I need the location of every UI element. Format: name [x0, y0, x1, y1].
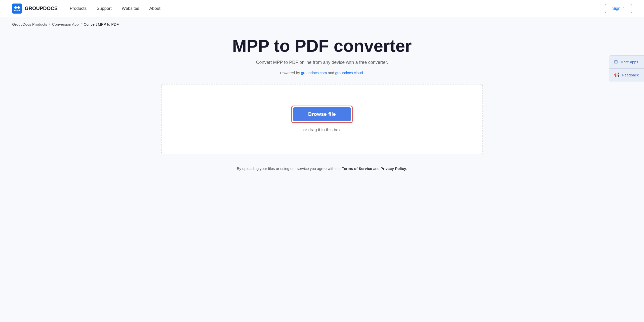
- feedback-button[interactable]: 📢 Feedback: [609, 68, 644, 81]
- svg-point-1: [14, 6, 17, 9]
- breadcrumb-bar: GroupDocs Products / Conversion App / Co…: [0, 17, 644, 31]
- breadcrumb-sep-2: /: [81, 22, 82, 26]
- breadcrumb: GroupDocs Products / Conversion App / Co…: [12, 22, 632, 26]
- breadcrumb-current: Convert MPP to PDF: [84, 22, 119, 26]
- drag-text: or drag it in this box: [303, 127, 341, 132]
- groupdocs-cloud-link[interactable]: groupdocs.cloud: [335, 71, 363, 75]
- powered-by-suffix: .: [363, 71, 364, 75]
- feedback-icon: 📢: [614, 72, 620, 78]
- nav-products[interactable]: Products: [70, 5, 87, 12]
- svg-rect-0: [12, 4, 22, 14]
- footer-prefix: By uploading your files or using our ser…: [237, 166, 342, 171]
- main-content: MPP to PDF converter Convert MPP to PDF …: [0, 31, 644, 186]
- groupdocs-com-link[interactable]: groupdocs.com: [301, 71, 327, 75]
- groupdocs-logo-icon: [12, 4, 22, 14]
- header-right: Sign in: [605, 4, 632, 13]
- logo-text: GROUPDOCS: [25, 6, 58, 11]
- powered-by: Powered by groupdocs.com and groupdocs.c…: [280, 71, 364, 75]
- page-subtitle: Convert MPP to PDF online from any devic…: [256, 60, 388, 65]
- page-title: MPP to PDF converter: [232, 36, 412, 55]
- nav-websites[interactable]: Websites: [122, 5, 139, 12]
- sign-in-button[interactable]: Sign in: [605, 4, 632, 13]
- breadcrumb-sep-1: /: [49, 22, 50, 26]
- sidebar-float: ⊞ More apps 📢 Feedback: [609, 55, 644, 81]
- browse-btn-wrapper: Browse file: [291, 106, 353, 123]
- nav-support[interactable]: Support: [97, 5, 112, 12]
- browse-file-button[interactable]: Browse file: [293, 107, 351, 121]
- nav-about[interactable]: About: [149, 5, 160, 12]
- main-nav: Products Support Websites About: [70, 5, 160, 12]
- privacy-policy-link[interactable]: Privacy Policy: [380, 166, 406, 171]
- powered-by-prefix: Powered by: [280, 71, 301, 75]
- feedback-label: Feedback: [622, 73, 639, 77]
- footer-agreement-text: By uploading your files or using our ser…: [237, 166, 407, 171]
- footer-suffix: .: [406, 166, 407, 171]
- breadcrumb-conversion-app[interactable]: Conversion App: [52, 22, 79, 26]
- powered-by-and: and: [327, 71, 335, 75]
- more-apps-icon: ⊞: [614, 59, 618, 65]
- logo[interactable]: GROUPDOCS: [12, 4, 58, 14]
- footer-and: and: [372, 166, 380, 171]
- svg-point-2: [17, 6, 20, 9]
- breadcrumb-groupdocs-products[interactable]: GroupDocs Products: [12, 22, 47, 26]
- more-apps-label: More apps: [620, 60, 638, 64]
- more-apps-button[interactable]: ⊞ More apps: [609, 55, 644, 68]
- header-left: GROUPDOCS Products Support Websites Abou…: [12, 4, 160, 14]
- terms-of-service-link[interactable]: Terms of Service: [342, 166, 372, 171]
- upload-dropzone[interactable]: Browse file or drag it in this box: [161, 84, 483, 154]
- header: GROUPDOCS Products Support Websites Abou…: [0, 0, 644, 17]
